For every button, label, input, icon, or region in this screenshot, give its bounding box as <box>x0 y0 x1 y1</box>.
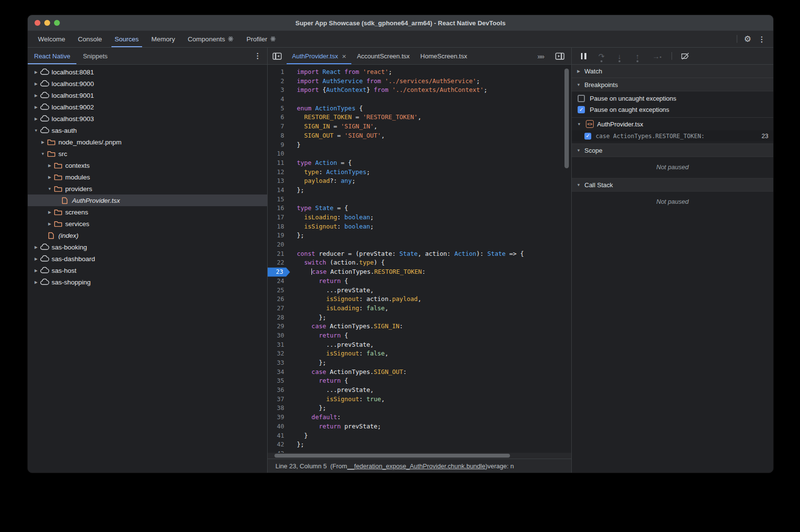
line-number[interactable]: 39 <box>268 413 290 422</box>
line-number[interactable]: 33 <box>268 358 290 368</box>
line-number[interactable]: 3 <box>268 86 290 95</box>
code-text[interactable]: isLoading: boolean; <box>290 213 374 222</box>
tree-item-localhost-9003[interactable]: ▶localhost:9003 <box>28 113 267 124</box>
tree-item-localhost-8081[interactable]: ▶localhost:8081 <box>28 66 267 78</box>
code-text[interactable]: import AuthService from '../services/Aut… <box>290 77 480 86</box>
code-text[interactable]: case ActionTypes.SIGN_OUT: <box>290 368 407 377</box>
code-text[interactable]: ...prevState, <box>290 386 374 395</box>
code-text[interactable]: SIGN_IN = 'SIGN_IN', <box>290 122 378 131</box>
line-number[interactable]: 15 <box>268 195 290 204</box>
line-number[interactable]: 1 <box>268 68 290 77</box>
more-options-kebab-icon[interactable]: ⋮ <box>758 35 765 43</box>
code-text[interactable]: case ActionTypes.SIGN_IN: <box>290 322 403 331</box>
chevron-right-icon[interactable]: ▶ <box>33 105 39 109</box>
code-text[interactable]: } <box>290 141 301 150</box>
breakpoint-file-row[interactable]: ▼ <> AuthProvider.tsx <box>572 118 773 130</box>
code-text[interactable]: case ActionTypes.RESTORE_TOKEN: <box>290 267 425 277</box>
code-text[interactable]: ...prevState, <box>290 286 374 295</box>
code-text[interactable]: enum ActionTypes { <box>290 104 363 113</box>
tab-welcome[interactable]: Welcome <box>32 31 72 47</box>
breakpoint-entry-row[interactable]: ✓ case ActionTypes.RESTORE_TOKEN: 23 <box>572 130 773 142</box>
chevron-right-icon[interactable]: ▶ <box>33 117 39 121</box>
code-text[interactable]: isSignout: boolean; <box>290 222 374 231</box>
tab-memory[interactable]: Memory <box>145 31 182 47</box>
code-text[interactable]: isSignout: false, <box>290 349 388 358</box>
code-text[interactable]: }; <box>290 186 304 195</box>
pause-caught-checkbox[interactable]: ✓ <box>578 106 585 113</box>
code-text[interactable]: ...prevState, <box>290 340 374 350</box>
line-number[interactable]: 35 <box>268 376 290 386</box>
line-number[interactable]: 28 <box>268 313 290 322</box>
line-number[interactable]: 26 <box>268 295 290 304</box>
chevron-right-icon[interactable]: ▶ <box>33 280 39 284</box>
pause-uncaught-row[interactable]: Pause on uncaught exceptions <box>572 93 773 104</box>
chevron-right-icon[interactable]: ▶ <box>33 268 39 273</box>
code-text[interactable]: }; <box>290 440 304 449</box>
code-text[interactable]: return { <box>290 277 348 286</box>
settings-gear-icon[interactable]: ⚙ <box>744 35 751 43</box>
code-text[interactable] <box>290 240 297 249</box>
code-text[interactable]: return { <box>290 331 348 340</box>
more-tabs-icon[interactable]: »» <box>530 48 550 64</box>
code-area[interactable]: 1import React from 'react';2import AuthS… <box>268 65 571 459</box>
tree-item-localhost-9000[interactable]: ▶localhost:9000 <box>28 78 267 89</box>
line-number[interactable]: 2 <box>268 77 290 86</box>
step-over-button[interactable]: ↷ <box>597 53 606 60</box>
chevron-right-icon[interactable]: ▶ <box>33 70 39 74</box>
code-text[interactable]: SIGN_OUT = 'SIGN_OUT', <box>290 131 385 141</box>
chevron-right-icon[interactable]: ▶ <box>33 93 39 98</box>
tree-item-localhost-9001[interactable]: ▶localhost:9001 <box>28 89 267 101</box>
code-text[interactable]: RESTORE_TOKEN = 'RESTORE_TOKEN', <box>290 113 421 122</box>
code-text[interactable]: }; <box>290 358 326 368</box>
line-number[interactable]: 31 <box>268 340 290 350</box>
tree-item-node-modules-pnpm[interactable]: ▶node_modules/.pnpm <box>28 136 267 148</box>
line-number[interactable]: 6 <box>268 113 290 122</box>
line-number[interactable]: 41 <box>268 431 290 441</box>
line-number[interactable]: 40 <box>268 422 290 431</box>
horizontal-scrollbar[interactable] <box>274 454 510 458</box>
line-number[interactable]: 24 <box>268 277 290 286</box>
code-text[interactable]: switch (action.type) { <box>290 258 385 267</box>
pause-caught-row[interactable]: ✓ Pause on caught exceptions <box>572 104 773 115</box>
code-text[interactable]: type Action = { <box>290 159 352 168</box>
line-number[interactable]: 7 <box>268 122 290 131</box>
chevron-down-icon[interactable]: ▼ <box>46 187 53 191</box>
line-number[interactable]: 11 <box>268 159 290 168</box>
breakpoint-entry-checkbox[interactable]: ✓ <box>584 133 591 140</box>
code-text[interactable]: import React from 'react'; <box>290 68 392 77</box>
code-text[interactable]: type: ActionTypes; <box>290 168 370 177</box>
line-number[interactable]: 42 <box>268 440 290 449</box>
line-number[interactable]: 36 <box>268 386 290 395</box>
chevron-down-icon[interactable]: ▼ <box>39 152 46 156</box>
chevron-right-icon[interactable]: ▶ <box>46 163 53 168</box>
code-text[interactable]: } <box>290 431 308 441</box>
line-number[interactable]: 17 <box>268 213 290 222</box>
vertical-scrollbar[interactable] <box>564 69 569 168</box>
tree-item-localhost-9002[interactable]: ▶localhost:9002 <box>28 101 267 113</box>
tab-sources[interactable]: Sources <box>109 31 145 47</box>
line-number[interactable]: 10 <box>268 149 290 159</box>
chevron-down-icon[interactable]: ▼ <box>33 128 39 133</box>
line-number[interactable]: 29 <box>268 322 290 331</box>
line-number[interactable]: 9 <box>268 141 290 150</box>
line-number[interactable]: 30 <box>268 331 290 340</box>
code-text[interactable]: isSignout: action.payload, <box>290 295 421 304</box>
line-number[interactable]: 25 <box>268 286 290 295</box>
tab-components[interactable]: Components <box>182 31 240 47</box>
tree-item-sas-booking[interactable]: ▶sas-booking <box>28 241 267 253</box>
step-into-button[interactable]: ↓ <box>615 53 624 60</box>
line-number[interactable]: 4 <box>268 95 290 104</box>
chevron-right-icon[interactable]: ▶ <box>33 245 39 249</box>
navigator-tab-react-native[interactable]: React Native <box>28 48 76 64</box>
line-number[interactable]: 19 <box>268 231 290 240</box>
breakpoint-line-marker[interactable]: 23 <box>268 267 290 277</box>
pause-script-button[interactable] <box>579 53 588 59</box>
chevron-right-icon[interactable]: ▶ <box>33 82 39 86</box>
line-number[interactable]: 37 <box>268 395 290 404</box>
chevron-right-icon[interactable]: ▶ <box>33 257 39 261</box>
code-text[interactable]: }; <box>290 404 326 413</box>
line-number[interactable]: 32 <box>268 349 290 358</box>
code-text[interactable]: type State = { <box>290 204 348 213</box>
editor-tab-accountscreen-tsx[interactable]: AccountScreen.tsx <box>351 48 415 64</box>
line-number[interactable]: 18 <box>268 222 290 231</box>
